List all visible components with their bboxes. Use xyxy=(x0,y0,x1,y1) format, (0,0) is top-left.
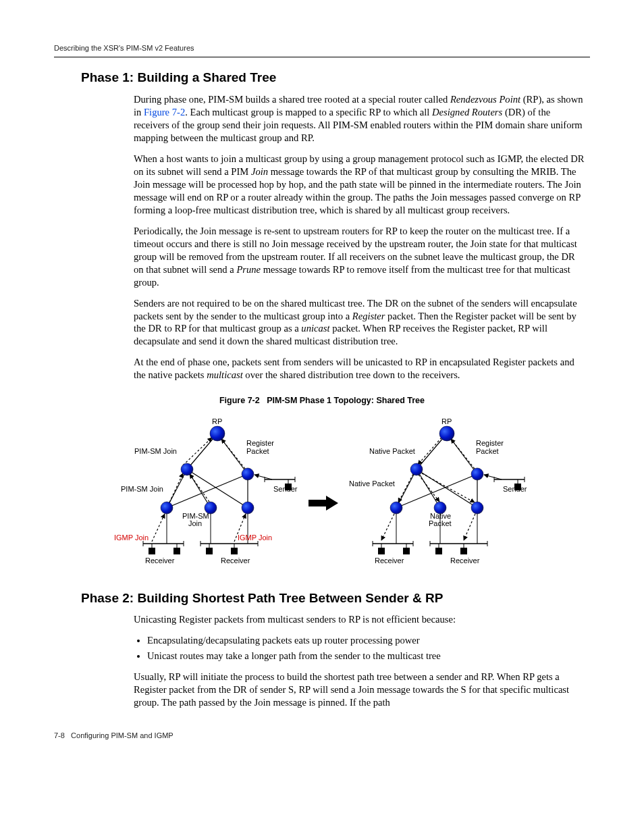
term-rendezvous-point: Rendezvous Point xyxy=(450,94,520,105)
svg-line-9 xyxy=(190,474,209,502)
page-footer: 7-8 Configuring PIM-SM and IGMP xyxy=(54,731,590,740)
svg-point-59 xyxy=(390,502,402,514)
svg-line-52 xyxy=(419,475,439,502)
label-packet: Packet xyxy=(476,447,499,455)
term-multicast: multicast xyxy=(207,369,243,380)
svg-line-51 xyxy=(398,474,413,502)
term-designed-routers: Designed Routers xyxy=(432,107,502,118)
svg-point-17 xyxy=(242,502,254,514)
figure-caption: Figure 7-2 PIM-SM Phase 1 Topology: Shar… xyxy=(54,395,590,406)
figure-label: Figure 7-2 xyxy=(219,396,260,405)
term-prune: Prune xyxy=(236,264,261,275)
label-pimsm-join: PIM-SM Join xyxy=(121,485,163,493)
label-register: Register xyxy=(476,439,504,447)
list-item: Unicast routes may take a longer path fr… xyxy=(147,650,586,662)
svg-marker-88 xyxy=(326,496,338,511)
transition-arrow-icon xyxy=(308,496,338,511)
label-native-packet: Native Packet xyxy=(369,447,415,455)
svg-line-50 xyxy=(418,438,441,465)
svg-point-58 xyxy=(471,468,483,480)
label-pimsm-join: PIM-SM Join xyxy=(134,447,177,455)
svg-rect-74 xyxy=(435,548,442,554)
svg-rect-73 xyxy=(403,548,410,554)
svg-line-53 xyxy=(422,473,475,502)
svg-text:Packet: Packet xyxy=(429,519,452,527)
label-receiver: Receiver xyxy=(375,556,404,565)
label-rp: RP xyxy=(441,417,452,425)
label-register: Register xyxy=(246,439,274,447)
svg-point-14 xyxy=(242,468,254,480)
label-igmp-join: IGMP Join xyxy=(114,533,149,542)
text: During phase one, PIM-SM builds a shared… xyxy=(134,94,450,105)
phase1-body: During phase one, PIM-SM builds a shared… xyxy=(134,93,586,382)
svg-line-45 xyxy=(396,469,417,508)
text: . Each multicast group is mapped to a sp… xyxy=(185,107,432,118)
svg-line-11 xyxy=(152,514,165,542)
phase1-p5: At the end of phase one, packets sent fr… xyxy=(134,356,586,382)
label-igmp-join: IGMP Join xyxy=(238,533,272,542)
phase1-p1: During phase one, PIM-SM builds a shared… xyxy=(134,93,586,145)
label-receiver: Receiver xyxy=(450,556,480,565)
svg-point-18 xyxy=(210,426,225,441)
phase2-p1: Usually, RP will initiate the process to… xyxy=(134,671,586,709)
svg-point-61 xyxy=(471,502,483,514)
heading-phase1: Phase 1: Building a Shared Tree xyxy=(81,70,590,86)
svg-rect-29 xyxy=(173,548,180,554)
phase1-p2: When a host wants to join a multicast gr… xyxy=(134,153,586,217)
link-figure-7-2[interactable]: Figure 7-2 xyxy=(144,107,185,118)
page: Describing the XSR's PIM-SM v2 Features … xyxy=(0,0,644,767)
label-rp: RP xyxy=(212,417,222,425)
label-receiver: Receiver xyxy=(145,556,175,565)
label-sender: Sender xyxy=(503,485,527,493)
running-header: Describing the XSR's PIM-SM v2 Features xyxy=(54,43,590,57)
label-receiver: Receiver xyxy=(221,556,250,565)
svg-rect-28 xyxy=(149,548,155,554)
svg-line-46 xyxy=(417,469,440,508)
phase2-bullets: Encapsulating/decapsulating packets eats… xyxy=(134,634,586,662)
list-item: Encapsulating/decapsulating packets eats… xyxy=(147,634,586,647)
phase1-p3: Periodically, the Join message is re-sen… xyxy=(134,225,586,289)
label-packet: Packet xyxy=(246,447,269,455)
svg-line-55 xyxy=(381,514,394,540)
svg-line-7 xyxy=(183,438,212,465)
svg-rect-75 xyxy=(460,548,467,554)
svg-point-57 xyxy=(410,463,423,475)
phase2-intro: Unicasting Register packets from multica… xyxy=(134,613,586,626)
page-number: 7-8 xyxy=(54,731,65,739)
chapter-title: Configuring PIM-SM and IGMP xyxy=(71,731,173,739)
phase1-p4: Senders are not required to be on the sh… xyxy=(134,297,586,348)
figure-7-2: RPRegisterPacketSenderReceiverReceiverPI… xyxy=(106,412,538,578)
svg-point-62 xyxy=(439,426,454,441)
svg-rect-72 xyxy=(378,548,385,554)
svg-line-56 xyxy=(464,514,475,540)
svg-line-85 xyxy=(484,475,502,479)
label-sender: Sender xyxy=(273,485,298,493)
svg-text:Join: Join xyxy=(188,519,202,527)
phase2-body: Unicasting Register packets from multica… xyxy=(134,613,586,709)
term-unicast: unicast xyxy=(301,323,329,334)
svg-point-15 xyxy=(161,502,173,514)
label-native-packet: Native Packet xyxy=(349,479,395,488)
svg-line-8 xyxy=(169,473,183,502)
svg-line-4 xyxy=(187,469,248,508)
svg-point-13 xyxy=(181,463,193,475)
svg-rect-30 xyxy=(206,548,213,554)
figure-title: PIM-SM Phase 1 Topology: Shared Tree xyxy=(267,396,425,405)
svg-rect-87 xyxy=(308,500,326,506)
term-register: Register xyxy=(352,311,385,321)
text: over the shared distribution tree down t… xyxy=(243,369,460,380)
svg-rect-31 xyxy=(231,548,238,554)
heading-phase2: Phase 2: Building Shortest Path Tree Bet… xyxy=(81,590,590,607)
svg-line-41 xyxy=(254,475,272,479)
term-join: Join xyxy=(251,166,268,177)
